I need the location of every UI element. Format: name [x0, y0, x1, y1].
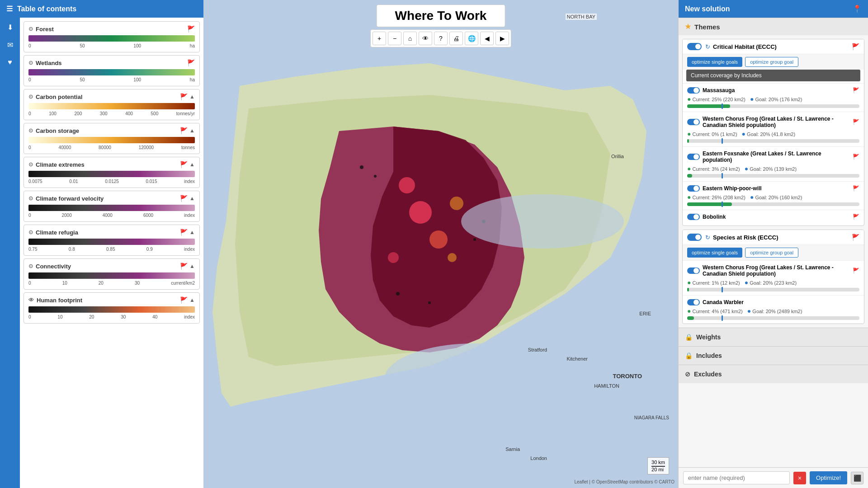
optimize-group-goal-button[interactable]: optimize group goal [745, 57, 798, 67]
optimize-single-goals-button-sar[interactable]: optimize single goals [687, 248, 742, 258]
layer-card-carbon-storage: ⊙ Carbon storage 🚩 ▲ 04000080000120000 t… [24, 123, 200, 154]
excludes-section-header[interactable]: ⊘ Excludes [679, 365, 868, 383]
map-pin-icon[interactable]: 📍 [853, 5, 862, 13]
species-header: Eastern Whip-poor-will 🚩 [687, 185, 859, 192]
next-button[interactable]: ▶ [495, 32, 509, 45]
flag-icon: 🚩 [180, 263, 188, 270]
lock-icon: 🔒 [685, 333, 693, 341]
species-toggle[interactable] [687, 154, 700, 160]
toronto-label: TORONTO [613, 373, 642, 380]
optimize-buttons: optimize single goals optimize group goa… [683, 54, 864, 70]
species-bar-fill [687, 174, 692, 178]
svg-point-7 [360, 165, 363, 169]
species-toggle[interactable] [687, 214, 700, 220]
species-bar [687, 288, 859, 291]
themes-section-header[interactable]: ★ Themes [679, 18, 868, 35]
layer-header: ⊙ Carbon storage 🚩 ▲ [28, 127, 195, 134]
optimize-button[interactable]: Optimize! [810, 471, 847, 484]
gradient-bar [28, 35, 195, 42]
svg-point-10 [473, 238, 476, 241]
mountain-icon: ▲ [189, 263, 195, 269]
optimize-single-goals-button[interactable]: optimize single goals [687, 57, 742, 67]
species-stats: ● Current: 1% (12 km2) ● Goal: 20% (223 … [687, 279, 859, 286]
kitchener-label: Kitchener [567, 356, 588, 361]
home-button[interactable]: ⌂ [403, 32, 417, 45]
toc-title: Table of contents [17, 5, 76, 13]
lock-icon-excludes: ⊘ [685, 371, 690, 378]
optimize-group-goal-button-sar[interactable]: optimize group goal [745, 248, 798, 258]
layer-header: ⊙ Climate refugia 🚩 ▲ [28, 229, 195, 236]
theme-name: Species at Risk (ECCC) [713, 234, 849, 241]
visibility-icon[interactable]: ⊙ [28, 94, 33, 100]
visibility-icon[interactable]: ⊙ [28, 263, 33, 269]
map-area[interactable]: Where To Work + − ⌂ 👁 ? 🖨 🌐 ◀ ▶ [203, 0, 678, 488]
species-toggle[interactable] [687, 119, 700, 125]
visibility-icon[interactable]: ⊙ [28, 161, 33, 168]
layer-header: ⊙ Connectivity 🚩 ▲ [28, 263, 195, 270]
species-toggle[interactable] [687, 87, 700, 94]
north-bay-label: NORTH BAY [566, 14, 597, 20]
theme-card-species-at-risk: ↻ Species at Risk (ECCC) 🚩 optimize sing… [682, 230, 864, 324]
download-icon[interactable]: ⬇ [5, 21, 15, 33]
prev-button[interactable]: ◀ [480, 32, 494, 45]
mail-icon[interactable]: ✉ [5, 39, 15, 51]
clear-button[interactable]: × [793, 472, 806, 484]
visibility-icon[interactable]: ⊙ [28, 26, 33, 32]
layer-icons: 🚩 ▲ [180, 127, 195, 134]
eye-icon[interactable]: 👁 [28, 297, 34, 303]
zoom-out-button[interactable]: − [388, 32, 401, 45]
theme-toggle-species-at-risk[interactable] [687, 234, 702, 241]
visibility-icon[interactable]: ⊙ [28, 229, 33, 235]
species-name: Western Chorus Frog (Great Lakes / St. L… [703, 116, 850, 128]
scale-mi: 20 mi [651, 467, 665, 472]
layer-header: ⊙ Wetlands 🚩 [28, 59, 195, 66]
right-header: New solution 📍 [679, 0, 868, 18]
species-toggle[interactable] [687, 267, 700, 274]
map-svg[interactable] [203, 0, 678, 488]
hamburger-icon[interactable]: ☰ [6, 5, 13, 13]
right-content[interactable]: ★ Themes ↻ Critical Habitat (ECCC) 🚩 opt… [679, 18, 868, 467]
gradient-bar [28, 306, 195, 313]
left-content: ⬇ ✉ ♥ ⊙ Forest 🚩 050100 ha [0, 18, 203, 488]
print-button[interactable]: 🖨 [449, 32, 463, 45]
map-toolbar: + − ⌂ 👁 ? 🖨 🌐 ◀ ▶ [370, 29, 511, 47]
flag-icon: 🚩 [180, 127, 188, 134]
flag-icon: 🚩 [180, 161, 188, 168]
london-label: London [530, 455, 547, 461]
refresh-icon[interactable]: ↻ [705, 43, 710, 50]
gradient-bar [28, 171, 195, 177]
name-input[interactable] [683, 471, 790, 484]
visibility-icon[interactable]: ⊙ [28, 195, 33, 202]
refresh-icon[interactable]: ↻ [705, 234, 710, 241]
includes-section-header[interactable]: 🔒 Includes [679, 346, 868, 365]
visibility-icon[interactable]: ⊙ [28, 60, 33, 66]
bar-labels: 010203040 index [28, 314, 195, 319]
species-toggle[interactable] [687, 185, 700, 192]
species-bar-fill [687, 316, 694, 320]
mountain-icon: ▲ [189, 94, 195, 100]
niagara-label: NIAGARA FALLS [634, 415, 669, 420]
zoom-in-button[interactable]: + [373, 32, 386, 45]
goal-dot: ● [745, 279, 748, 286]
species-name: Eastern Whip-poor-will [703, 185, 850, 192]
species-bar-fill [687, 202, 732, 206]
bar-labels: 0100200300400500 tonnes/yr [28, 111, 195, 116]
visibility-toggle-button[interactable]: 👁 [419, 32, 432, 45]
species-item-canada-warbler: Canada Warbler ● Current: 4% (471 km2) ●… [683, 295, 864, 324]
species-bar-fill [687, 139, 689, 143]
help-button[interactable]: ? [434, 32, 448, 45]
theme-toggle-critical-habitat[interactable] [687, 43, 702, 50]
species-flag-icon: 🚩 [853, 214, 859, 220]
globe-button[interactable]: 🌐 [465, 32, 478, 45]
species-item-eastern-foxsnake: Eastern Foxsnake (Great Lakes / St. Lawr… [683, 146, 864, 181]
layer-card-climate-refugia: ⊙ Climate refugia 🚩 ▲ 0.750.80.850.9 ind… [24, 225, 200, 256]
visibility-icon[interactable]: ⊙ [28, 127, 33, 134]
stop-button[interactable]: ⬛ [851, 472, 863, 484]
weights-section-header[interactable]: 🔒 Weights [679, 328, 868, 346]
species-toggle[interactable] [687, 299, 700, 305]
species-header: Massasauga 🚩 [687, 87, 859, 94]
layer-title: ⊙ Climate extremes [28, 161, 85, 168]
scale-km: 30 km [651, 460, 665, 467]
heart-icon[interactable]: ♥ [6, 56, 14, 68]
species-bar-goal [722, 138, 723, 144]
